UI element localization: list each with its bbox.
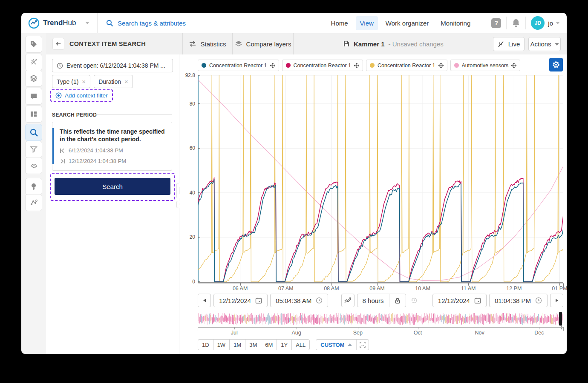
sidebar-item-layers[interactable] <box>25 70 42 87</box>
help-icon[interactable]: ? <box>491 18 501 28</box>
move-icon[interactable] <box>354 63 359 68</box>
zoom-preset-group: 1D 1W 1M 3M 6M 1Y ALL <box>198 339 310 350</box>
chip-duration[interactable]: Duration × <box>94 75 133 88</box>
start-date-field[interactable]: 12/12/2024 <box>213 294 268 307</box>
live-off-icon <box>498 41 505 48</box>
sidebar-item-search[interactable] <box>25 124 42 141</box>
nav-item-view[interactable]: View <box>356 16 378 30</box>
end-date-value: 12/12/2024 <box>438 297 470 304</box>
save-icon[interactable] <box>343 40 350 47</box>
tab-statistics[interactable]: Statistics <box>183 33 232 54</box>
timeline-month-label: Jul <box>231 330 238 336</box>
sidebar-item-filter[interactable] <box>25 141 42 158</box>
sidebar-item-comments[interactable] <box>25 88 42 105</box>
custom-range-button[interactable]: CUSTOM <box>316 340 356 350</box>
range-1m-button[interactable]: 1M <box>229 339 245 350</box>
document-status: - Unsaved changes <box>389 40 444 48</box>
gear-icon <box>552 61 560 69</box>
chip-remove-icon[interactable]: × <box>82 78 86 85</box>
nodes-graph-icon <box>29 198 38 207</box>
search-button[interactable]: Search <box>55 178 170 195</box>
nav-item-home[interactable]: Home <box>327 16 352 30</box>
nav-item-work-organizer[interactable]: Work organizer <box>381 16 433 30</box>
arrow-left-icon <box>55 41 61 47</box>
legend-chip-reactor-blue[interactable]: Concentration Reactor 1 <box>198 60 279 71</box>
sidebar-item-fingerprint[interactable] <box>25 157 42 174</box>
sidebar-item-connections[interactable] <box>25 194 42 211</box>
x-axis-end-tick <box>563 283 564 287</box>
timeline-month-label: Dec <box>534 330 544 336</box>
clock-icon <box>316 297 323 304</box>
event-open-field[interactable]: Event open: 6/12/2024 1:04:38 PM ... <box>52 59 173 72</box>
app-window: TrendHub Search tags & attributes Home V… <box>21 13 567 354</box>
navbar-right: ? JD jo <box>481 16 560 30</box>
document-info: Kammer 1 - Unsaved changes <box>343 33 444 54</box>
brand-chevron-down-icon[interactable] <box>85 22 89 24</box>
tab-compare-layers-label: Compare layers <box>246 40 291 48</box>
brand[interactable]: TrendHub <box>28 17 91 29</box>
move-icon[interactable] <box>438 63 444 68</box>
duration-field[interactable]: 8 hours <box>357 294 389 307</box>
y-axis-tick-label: 20 <box>176 234 195 240</box>
chart-settings-button[interactable] <box>549 58 563 71</box>
reset-history-button[interactable] <box>409 297 420 304</box>
legend-label: Concentration Reactor 1 <box>209 63 267 69</box>
sidebar-item-sparkles[interactable] <box>25 54 42 71</box>
move-icon[interactable] <box>511 63 516 68</box>
shift-right-button[interactable] <box>550 294 563 307</box>
user-menu-chevron-down-icon[interactable] <box>556 22 560 24</box>
calendar-icon <box>474 297 481 304</box>
chip-type[interactable]: Type (1) × <box>52 75 90 88</box>
zoom-range-row: 1D 1W 1M 3M 6M 1Y ALL CUSTOM <box>198 339 369 350</box>
layers-icon <box>29 74 38 83</box>
range-6m-button[interactable]: 6M <box>261 339 277 350</box>
trend-chart[interactable] <box>198 72 563 282</box>
tag-icon <box>29 40 38 49</box>
chip-remove-icon[interactable]: × <box>124 78 128 85</box>
avatar[interactable]: JD <box>531 16 545 30</box>
end-time-field[interactable]: 01:04:38 PM <box>489 294 548 307</box>
y-axis-tick-label: 92.8 <box>176 72 195 78</box>
legend-chip-automotive-sensors[interactable]: Automotive sensors <box>450 60 521 71</box>
range-1y-button[interactable]: 1Y <box>277 339 292 350</box>
sidebar-item-dashboard[interactable] <box>25 106 42 123</box>
document-title: Kammer 1 <box>354 40 385 48</box>
sidebar-item-lightbulb[interactable] <box>25 178 42 195</box>
timeline-end-tick <box>563 327 564 331</box>
sidebar-item-tags[interactable] <box>25 36 42 53</box>
start-time-field[interactable]: 05:04:38 AM <box>270 294 328 307</box>
custom-range-frame-button[interactable] <box>356 340 369 350</box>
actions-button[interactable]: Actions <box>528 37 561 51</box>
chart-time-axis-bar[interactable] <box>198 282 563 283</box>
back-button[interactable] <box>52 38 64 50</box>
range-1w-button[interactable]: 1W <box>213 339 230 350</box>
end-date-field[interactable]: 12/12/2024 <box>432 294 487 307</box>
compress-trends-button[interactable] <box>341 294 355 307</box>
x-axis-tick-label: 01 PM <box>552 286 567 292</box>
global-search[interactable]: Search tags & attributes <box>106 20 327 27</box>
lock-duration-button[interactable] <box>389 294 406 307</box>
tab-compare-layers[interactable]: Compare layers <box>233 33 293 54</box>
duration-group: 8 hours <box>357 294 406 307</box>
actions-chevron-down-icon <box>555 43 559 46</box>
navbar-divider <box>486 17 486 29</box>
live-button[interactable]: Live <box>493 37 525 51</box>
period-start-value: 6/12/2024 1:04:38 PM <box>69 147 123 154</box>
shift-left-button[interactable] <box>198 294 211 307</box>
legend-chip-reactor-yellow[interactable]: Concentration Reactor 1 <box>366 60 447 71</box>
add-context-filter-button[interactable]: Add context filter <box>50 89 113 102</box>
x-axis-tick-label: 12 PM <box>506 286 522 292</box>
timeline-minimap[interactable] <box>198 312 563 326</box>
nav-item-monitoring[interactable]: Monitoring <box>436 16 475 30</box>
timeline-month-tick <box>480 327 480 329</box>
notifications-bell-icon[interactable] <box>512 18 520 28</box>
range-end-cluster: 12/12/2024 01:04:38 PM <box>432 294 563 307</box>
move-icon[interactable] <box>270 63 275 68</box>
custom-range-group: CUSTOM <box>316 339 369 350</box>
context-item-search-panel: Event open: 6/12/2024 1:04:38 PM ... Typ… <box>46 54 179 354</box>
x-axis-end-tick <box>198 283 198 287</box>
range-all-button[interactable]: ALL <box>291 339 310 350</box>
range-3m-button[interactable]: 3M <box>245 339 261 350</box>
legend-chip-reactor-magenta[interactable]: Concentration Reactor 1 <box>282 60 363 71</box>
range-1d-button[interactable]: 1D <box>198 339 213 350</box>
